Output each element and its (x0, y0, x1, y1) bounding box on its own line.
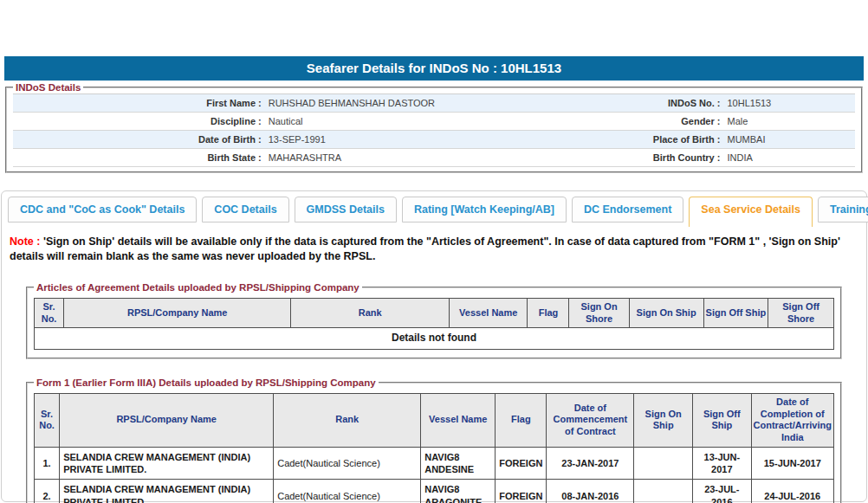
tab-training-details[interactable]: Training Details (818, 197, 868, 222)
form1-col-rank: Rank (274, 393, 421, 447)
cell-completion: 15-JUN-2017 (751, 447, 833, 480)
cell-flag: FOREIGN (496, 480, 547, 503)
tab-gmdss-details[interactable]: GMDSS Details (295, 197, 397, 222)
note-prefix: Note : (10, 235, 40, 248)
discipline-value: Nautical (262, 116, 590, 126)
cell-vessel: NAVIG8 ARAGONITE (421, 480, 496, 503)
agreement-col-sr-no: Sr. No. (35, 298, 64, 328)
discipline-label: Discipline : (13, 116, 262, 126)
indos-row-state: Birth State : MAHARASHTRA Birth Country … (13, 149, 855, 167)
form1-col-sign-off-ship: Sign Off Ship (693, 393, 751, 447)
table-row: 2. SELANDIA CREW MANAGEMENT (INDIA) PRIV… (35, 480, 834, 503)
indos-details-table: First Name : RUHSHAD BEHMANSHAH DASTOOR … (13, 94, 855, 167)
form1-legend: Form 1 (Earlier Form IIIA) Details uploa… (34, 377, 379, 388)
tab-cdc-coc-as-cook[interactable]: CDC and "CoC as Cook" Details (8, 197, 197, 222)
form1-fieldset: Form 1 (Earlier Form IIIA) Details uploa… (26, 377, 842, 503)
page-title: Seafarer Details for INDoS No : 10HL1513 (4, 56, 864, 81)
indos-row-name: First Name : RUHSHAD BEHMANSHAH DASTOOR … (13, 94, 855, 113)
sign-on-ship-note: Note : 'Sign on Ship' details will be av… (10, 235, 858, 264)
cell-sr-no: 2. (35, 480, 60, 503)
cell-sign-on-ship (634, 447, 693, 480)
form1-table: Sr. No. RPSL/Company Name Rank Vessel Na… (34, 393, 834, 503)
birth-state-value: MAHARASHTRA (262, 152, 590, 163)
form1-col-sr-no: Sr. No. (35, 393, 60, 447)
cell-company: SELANDIA CREW MANAGEMENT (INDIA) PRIVATE… (60, 447, 274, 480)
table-row: 1. SELANDIA CREW MANAGEMENT (INDIA) PRIV… (35, 447, 834, 480)
place-of-birth-label: Place of Birth : (590, 134, 721, 145)
cell-rank: Cadet(Nautical Science) (274, 447, 421, 480)
cell-vessel: NAVIG8 ANDESINE (421, 447, 496, 480)
indos-row-birth: Date of Birth : 13-SEP-1991 Place of Bir… (13, 131, 855, 149)
birth-state-label: Birth State : (13, 152, 262, 163)
details-not-found-message: Details not found (35, 328, 834, 350)
form1-col-completion: Date of Completion of Contract/Arriving … (751, 393, 833, 447)
agreement-col-vessel: Vessel Name (450, 298, 528, 328)
agreement-col-sign-off-ship: Sign Off Ship (703, 298, 768, 328)
birth-country-value: INDIA (720, 152, 855, 163)
gender-value: Male (720, 116, 855, 126)
tab-sea-service-details[interactable]: Sea Service Details (689, 197, 813, 227)
first-name-label: First Name : (13, 98, 262, 108)
agreement-header-row: Sr. No. RPSL/Company Name Rank Vessel Na… (35, 298, 834, 328)
agreement-col-company: RPSL/Company Name (64, 298, 291, 328)
agreement-fieldset: Articles of Agreement Details uploaded b… (26, 282, 842, 359)
form1-col-company: RPSL/Company Name (60, 393, 274, 447)
dob-label: Date of Birth : (13, 134, 262, 145)
indos-details-legend: INDoS Details (13, 82, 83, 93)
agreement-col-rank: Rank (291, 298, 450, 328)
tab-coc-details[interactable]: COC Details (202, 197, 288, 222)
tab-strip: CDC and "CoC as Cook" Details COC Detail… (2, 191, 866, 228)
indos-details-fieldset: INDoS Details First Name : RUHSHAD BEHMA… (5, 82, 863, 173)
tab-rating-watch-keeping[interactable]: Rating [Watch Keeping/AB] (402, 197, 567, 222)
tab-dc-endorsement[interactable]: DC Endorsement (572, 197, 683, 222)
indos-no-label: INDoS No. : (590, 98, 721, 108)
agreement-table: Sr. No. RPSL/Company Name Rank Vessel Na… (34, 298, 834, 350)
form1-col-vessel: Vessel Name (421, 393, 496, 447)
form1-col-sign-on-ship: Sign On Ship (634, 393, 693, 447)
cell-commencement: 08-JAN-2016 (547, 480, 634, 503)
birth-country-label: Birth Country : (590, 152, 721, 163)
cell-company: SELANDIA CREW MANAGEMENT (INDIA) PRIVATE… (60, 480, 274, 503)
indos-row-discipline: Discipline : Nautical Gender : Male (13, 113, 855, 131)
cell-flag: FOREIGN (496, 447, 547, 480)
agreement-empty-row: Details not found (35, 328, 834, 350)
agreement-legend: Articles of Agreement Details uploaded b… (34, 282, 362, 293)
cell-commencement: 23-JAN-2017 (547, 447, 634, 480)
agreement-col-sign-on-shore: Sign On Shore (569, 298, 629, 328)
note-text: 'Sign on Ship' details will be available… (10, 235, 840, 262)
cell-rank: Cadet(Nautical Science) (274, 480, 421, 503)
cell-sign-on-ship (634, 480, 693, 503)
gender-label: Gender : (590, 116, 721, 126)
form1-header-row: Sr. No. RPSL/Company Name Rank Vessel Na… (35, 393, 834, 447)
form1-col-flag: Flag (496, 393, 547, 447)
cell-sign-off-ship: 13-JUN-2017 (693, 447, 751, 480)
cell-sr-no: 1. (35, 447, 60, 480)
cell-sign-off-ship: 23-JUL-2016 (693, 480, 751, 503)
dob-value: 13-SEP-1991 (262, 134, 590, 145)
sea-service-panel: CDC and "CoC as Cook" Details COC Detail… (1, 190, 867, 502)
first-name-value: RUHSHAD BEHMANSHAH DASTOOR (262, 98, 590, 108)
form1-col-commencement: Date of Commencement of Contract (547, 393, 634, 447)
agreement-col-sign-off-shore: Sign Off Shore (768, 298, 834, 328)
indos-no-value: 10HL1513 (720, 98, 855, 108)
agreement-col-sign-on-ship: Sign On Ship (629, 298, 703, 328)
place-of-birth-value: MUMBAI (720, 134, 855, 145)
agreement-col-flag: Flag (528, 298, 569, 328)
cell-completion: 24-JUL-2016 (751, 480, 833, 503)
